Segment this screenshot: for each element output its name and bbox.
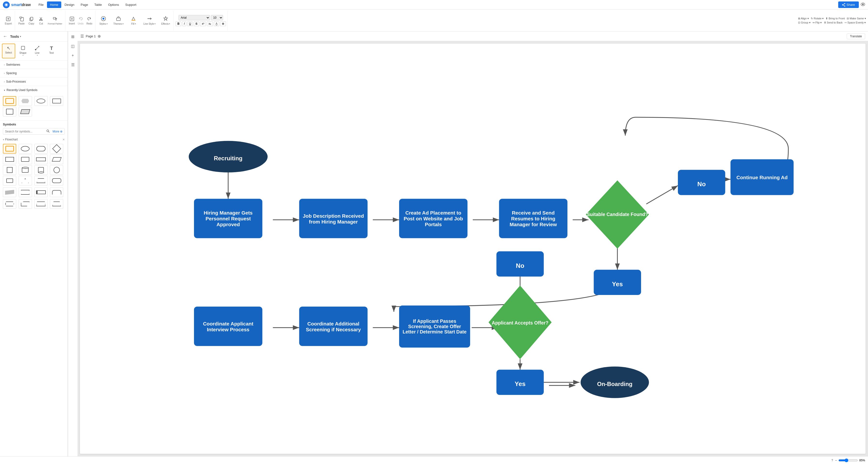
toolbar-edit-group: Paste Copy Cut	[16, 11, 65, 30]
recent-symbol-6[interactable]	[19, 107, 32, 117]
flowchart-symbol-rect[interactable]	[3, 144, 16, 154]
insert-icon	[69, 16, 75, 22]
line-style-button[interactable]: Line Style▾	[142, 15, 157, 26]
strikethrough-button[interactable]: S	[194, 21, 199, 26]
plus-icon[interactable]: +	[71, 52, 75, 59]
send-back-button[interactable]: ⬇ Send to Back	[824, 21, 843, 24]
add-page-icon[interactable]: ⊕	[98, 34, 101, 38]
flowchart-symbol-small-rect[interactable]	[3, 176, 16, 186]
bold-button[interactable]: B	[176, 21, 181, 26]
layers-icon[interactable]: ⊞	[70, 33, 75, 40]
font-bg-button[interactable]: ⊕	[220, 21, 226, 26]
select-tool[interactable]: ↖ Select	[2, 43, 15, 58]
menu-table[interactable]: Table	[91, 1, 104, 8]
space-evenly-button[interactable]: ⇿ Space Evenly ▾	[844, 21, 866, 24]
translate-button[interactable]: Translate	[847, 33, 865, 39]
toolbar-font-group: Arial 10 B I U S x² x₂ A̲ ⊕	[174, 11, 228, 30]
text-tool[interactable]: T Text	[45, 43, 58, 58]
align-button[interactable]: ⊞ Align ▾	[798, 17, 809, 20]
flowchart-symbol-r3[interactable]	[34, 187, 48, 197]
make-same-button[interactable]: ⊟ Make Same ▾	[847, 17, 866, 20]
italic-button[interactable]: I	[182, 21, 186, 26]
effects-button[interactable]: Effects▾	[159, 15, 172, 26]
flip-button[interactable]: ⇔ Flip ▾	[812, 21, 822, 24]
menu-file[interactable]: File	[36, 1, 46, 8]
flowchart-symbol-cylinder[interactable]	[19, 165, 32, 175]
rotate-button[interactable]: ↻ Rotate ▾	[811, 17, 824, 20]
symbols-title: Symbols	[3, 123, 65, 126]
font-color-button[interactable]: A̲	[214, 21, 219, 26]
flowchart-symbol-cylinder2[interactable]	[34, 165, 48, 175]
font-family-select[interactable]: Arial	[179, 15, 210, 20]
shapes-icon[interactable]: ◫	[70, 43, 75, 50]
menu-support[interactable]: Support	[122, 1, 139, 8]
sub-processes-header[interactable]: › Sub-Processes	[0, 78, 68, 86]
svg-line-30	[36, 46, 39, 50]
line-tool[interactable]: Line ▾	[31, 43, 44, 58]
flowchart-symbol-parallelogram[interactable]	[50, 155, 63, 164]
flowchart-symbol-oval[interactable]	[19, 144, 32, 154]
menu-options[interactable]: Options	[105, 1, 122, 8]
spacing-chevron: ›	[4, 72, 5, 74]
flowchart-symbol-trapezoid2[interactable]	[34, 176, 48, 186]
zoom-out-icon[interactable]: −	[835, 458, 837, 462]
superscript-button[interactable]: x²	[200, 21, 206, 26]
underline-button[interactable]: U	[187, 21, 193, 26]
app-logo[interactable]: smartdraw	[3, 1, 31, 8]
flowchart-symbol-diamond[interactable]	[50, 144, 63, 154]
swimlanes-header[interactable]: › Swimlanes	[0, 61, 68, 69]
back-arrow[interactable]: ←	[3, 34, 7, 39]
flowchart-symbol-rounded-rect[interactable]	[34, 144, 48, 154]
group-button[interactable]: ⊡ Group ▾	[798, 21, 811, 24]
flowchart-symbol-circle[interactable]	[50, 165, 63, 175]
themes-button[interactable]: Themes▾	[112, 15, 125, 26]
recent-symbol-4[interactable]	[50, 96, 63, 106]
flowchart-symbol-r1[interactable]	[3, 187, 16, 197]
recent-symbol-5[interactable]	[3, 107, 16, 117]
flowchart-symbol-rect2[interactable]	[3, 155, 16, 164]
paste-button[interactable]: Paste Copy Cut	[17, 15, 64, 26]
share-button[interactable]: Share	[838, 1, 859, 8]
search-button[interactable]	[46, 129, 50, 133]
flowchart-symbol-square[interactable]	[3, 165, 16, 175]
flowchart-close[interactable]: ×	[63, 137, 65, 142]
fill-button[interactable]: Fill▾	[127, 15, 140, 26]
menu-design[interactable]: Design	[62, 1, 77, 8]
menu-home[interactable]: Home	[47, 1, 61, 8]
flowchart-symbol-s4[interactable]	[50, 199, 63, 209]
hamburger-icon[interactable]: ☰	[81, 34, 84, 38]
shape-tool[interactable]: Shape ▾	[16, 43, 30, 58]
recently-used-header[interactable]: ▾ Recently Used Symbols	[0, 86, 68, 94]
main-menu: File Home Design Page Table Options Supp…	[36, 1, 139, 8]
font-size-select[interactable]: 10	[211, 15, 223, 20]
styles-button[interactable]: Styles▾	[97, 15, 110, 26]
spacing-header[interactable]: › Spacing	[0, 69, 68, 77]
tool-buttons: ↖ Select Shape ▾ Line	[0, 42, 68, 61]
notes-icon[interactable]: ☰	[70, 62, 75, 68]
symbols-search-input[interactable]	[5, 130, 45, 133]
insert-button[interactable]: Insert Undo Redo	[67, 15, 94, 26]
flowchart-symbol-rect3[interactable]	[19, 155, 32, 164]
recent-symbol-2[interactable]	[19, 96, 32, 106]
subscript-button[interactable]: x₂	[207, 21, 213, 26]
eye-icon[interactable]	[861, 3, 865, 7]
flowchart-symbol-rounded-rect2[interactable]	[50, 176, 63, 186]
recent-symbol-3[interactable]	[34, 96, 48, 106]
flowchart-symbol-trapezoid[interactable]	[19, 176, 32, 186]
zoom-slider[interactable]	[838, 458, 858, 462]
flowchart-symbol-wide-rect[interactable]	[34, 155, 48, 164]
more-button[interactable]: More ⊕	[53, 130, 62, 133]
svg-point-7	[862, 4, 864, 5]
flowchart-symbol-s2[interactable]	[19, 199, 32, 209]
flowchart-symbol-s3[interactable]	[34, 199, 48, 209]
menu-page[interactable]: Page	[78, 1, 91, 8]
export-button[interactable]: Export	[3, 15, 13, 26]
flowchart-symbol-r2[interactable]	[19, 187, 32, 197]
flowchart-symbol-r4[interactable]	[50, 187, 63, 197]
diagram-canvas[interactable]: Recruiting Hiring Manager Gets Personnel…	[80, 43, 866, 454]
flowchart-symbol-s1[interactable]	[3, 199, 16, 209]
bring-front-button[interactable]: ⬆ Bring to Front	[826, 17, 845, 20]
help-icon[interactable]: ?	[831, 459, 833, 462]
recent-symbol-1[interactable]	[3, 96, 16, 106]
right-icon-panel: ⊞ ◫ + ☰	[68, 31, 78, 456]
